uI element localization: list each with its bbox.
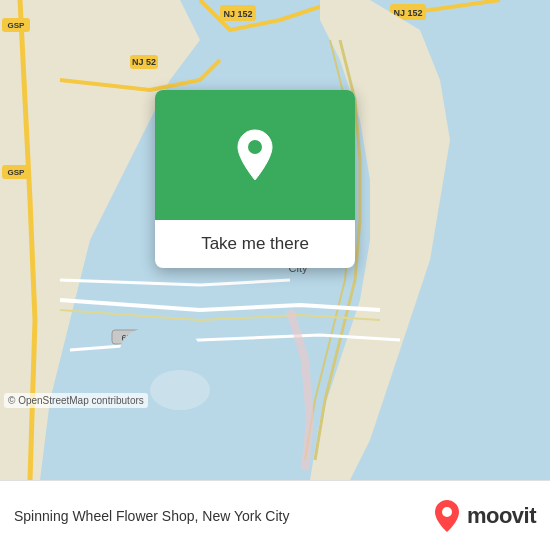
location-pin-icon [233,128,277,182]
svg-point-19 [442,507,452,517]
popup-card: Take me there [155,90,355,268]
bottom-bar: Spinning Wheel Flower Shop, New York Cit… [0,480,550,550]
svg-text:NJ 52: NJ 52 [132,57,156,67]
svg-text:GSP: GSP [8,168,26,177]
moovit-pin-icon [433,499,461,533]
svg-point-17 [150,370,210,410]
svg-text:NJ 152: NJ 152 [393,8,422,18]
popup-button-area[interactable]: Take me there [155,220,355,268]
map-attribution: © OpenStreetMap contributors [4,393,148,408]
svg-point-18 [248,140,262,154]
svg-text:NJ 152: NJ 152 [223,9,252,19]
moovit-brand-label: moovit [467,503,536,529]
moovit-logo: moovit [433,499,536,533]
popup-header [155,90,355,220]
svg-text:GSP: GSP [8,21,26,30]
map-container: NJ 152 NJ 152 NJ 52 GSP GSP 656 Ocean Ci… [0,0,550,480]
svg-point-16 [120,325,200,375]
location-label: Spinning Wheel Flower Shop, New York Cit… [14,508,433,524]
take-me-there-button[interactable]: Take me there [201,234,309,254]
